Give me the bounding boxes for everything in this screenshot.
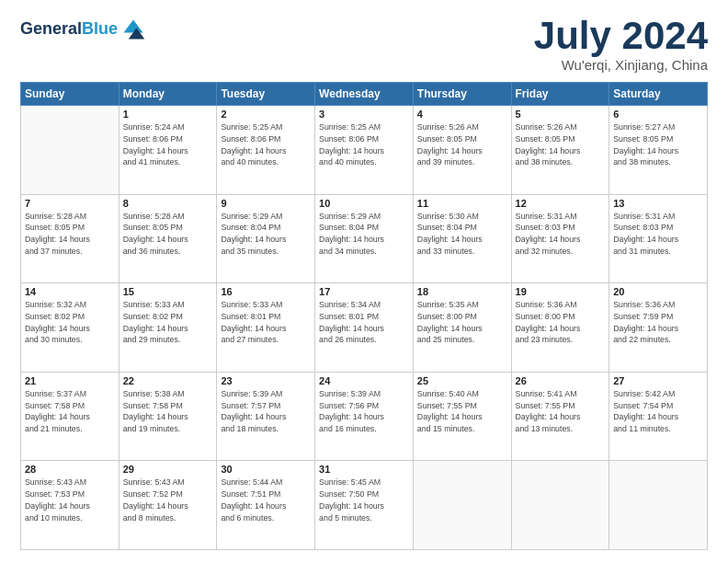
day-info: Sunrise: 5:29 AM Sunset: 8:04 PM Dayligh… [221,211,311,258]
table-row [21,106,119,195]
day-number: 13 [613,198,703,209]
day-info: Sunrise: 5:39 AM Sunset: 7:56 PM Dayligh… [319,388,409,435]
day-number: 11 [417,198,507,209]
day-number: 6 [613,109,703,120]
day-info: Sunrise: 5:26 AM Sunset: 8:05 PM Dayligh… [516,121,606,168]
table-row: 17Sunrise: 5:34 AM Sunset: 8:01 PM Dayli… [315,283,414,373]
svg-marker-0 [124,20,143,33]
day-number: 9 [221,198,311,209]
table-row [511,461,609,550]
table-row [609,461,708,550]
logo-text: GeneralBlue [20,20,118,39]
table-row: 28Sunrise: 5:43 AM Sunset: 7:53 PM Dayli… [21,461,119,550]
day-number: 3 [319,109,409,120]
col-friday: Friday [511,83,609,106]
table-row: 15Sunrise: 5:33 AM Sunset: 8:02 PM Dayli… [119,283,217,373]
day-info: Sunrise: 5:34 AM Sunset: 8:01 PM Dayligh… [319,299,409,346]
table-row: 24Sunrise: 5:39 AM Sunset: 7:56 PM Dayli… [315,372,414,461]
table-row: 22Sunrise: 5:38 AM Sunset: 7:58 PM Dayli… [119,372,217,461]
day-info: Sunrise: 5:26 AM Sunset: 8:05 PM Dayligh… [417,121,507,168]
day-number: 30 [221,464,311,475]
day-number: 29 [123,464,213,475]
day-info: Sunrise: 5:28 AM Sunset: 8:05 PM Dayligh… [123,211,213,258]
day-info: Sunrise: 5:33 AM Sunset: 8:02 PM Dayligh… [123,299,213,346]
day-info: Sunrise: 5:25 AM Sunset: 8:06 PM Dayligh… [319,121,409,168]
day-info: Sunrise: 5:38 AM Sunset: 7:58 PM Dayligh… [123,388,213,435]
day-info: Sunrise: 5:29 AM Sunset: 8:04 PM Dayligh… [319,211,409,258]
day-info: Sunrise: 5:27 AM Sunset: 8:05 PM Dayligh… [613,121,703,168]
col-wednesday: Wednesday [315,83,414,106]
table-row: 7Sunrise: 5:28 AM Sunset: 8:05 PM Daylig… [21,194,119,283]
day-info: Sunrise: 5:43 AM Sunset: 7:52 PM Dayligh… [123,477,213,523]
table-row: 27Sunrise: 5:42 AM Sunset: 7:54 PM Dayli… [609,372,708,461]
table-row: 25Sunrise: 5:40 AM Sunset: 7:55 PM Dayli… [413,372,511,461]
day-number: 27 [613,375,703,386]
calendar-week-row: 21Sunrise: 5:37 AM Sunset: 7:58 PM Dayli… [21,372,708,461]
calendar-week-row: 1Sunrise: 5:24 AM Sunset: 8:06 PM Daylig… [21,106,708,195]
table-row: 9Sunrise: 5:29 AM Sunset: 8:04 PM Daylig… [217,194,315,283]
col-thursday: Thursday [413,83,511,106]
table-row [413,461,511,550]
day-number: 22 [123,375,213,386]
col-saturday: Saturday [609,83,708,106]
table-row: 23Sunrise: 5:39 AM Sunset: 7:57 PM Dayli… [217,372,315,461]
table-row: 5Sunrise: 5:26 AM Sunset: 8:05 PM Daylig… [511,106,609,195]
col-sunday: Sunday [21,83,119,106]
day-info: Sunrise: 5:24 AM Sunset: 8:06 PM Dayligh… [123,121,213,168]
table-row: 11Sunrise: 5:30 AM Sunset: 8:04 PM Dayli… [413,194,511,283]
day-info: Sunrise: 5:32 AM Sunset: 8:02 PM Dayligh… [25,299,115,346]
day-info: Sunrise: 5:39 AM Sunset: 7:57 PM Dayligh… [221,388,311,435]
day-info: Sunrise: 5:43 AM Sunset: 7:53 PM Dayligh… [25,477,115,523]
table-row: 6Sunrise: 5:27 AM Sunset: 8:05 PM Daylig… [609,106,708,195]
col-monday: Monday [119,83,217,106]
calendar-week-row: 7Sunrise: 5:28 AM Sunset: 8:05 PM Daylig… [21,194,708,283]
day-info: Sunrise: 5:30 AM Sunset: 8:04 PM Dayligh… [417,211,507,258]
table-row: 2Sunrise: 5:25 AM Sunset: 8:06 PM Daylig… [217,106,315,195]
day-number: 23 [221,375,311,386]
logo-icon [120,17,146,42]
col-tuesday: Tuesday [217,83,315,106]
month-title: July 2024 [534,17,708,55]
day-info: Sunrise: 5:31 AM Sunset: 8:03 PM Dayligh… [516,211,606,258]
day-number: 7 [25,198,115,209]
table-row: 30Sunrise: 5:44 AM Sunset: 7:51 PM Dayli… [217,461,315,550]
day-number: 25 [417,375,507,386]
day-number: 14 [25,286,115,297]
table-row: 21Sunrise: 5:37 AM Sunset: 7:58 PM Dayli… [21,372,119,461]
calendar-week-row: 14Sunrise: 5:32 AM Sunset: 8:02 PM Dayli… [21,283,708,373]
day-number: 21 [25,375,115,386]
table-row: 1Sunrise: 5:24 AM Sunset: 8:06 PM Daylig… [119,106,217,195]
day-number: 18 [417,286,507,297]
table-row: 12Sunrise: 5:31 AM Sunset: 8:03 PM Dayli… [511,194,609,283]
day-info: Sunrise: 5:35 AM Sunset: 8:00 PM Dayligh… [417,299,507,346]
day-number: 15 [123,286,213,297]
header: GeneralBlue July 2024 Wu'erqi, Xinjiang,… [20,17,708,73]
day-info: Sunrise: 5:41 AM Sunset: 7:55 PM Dayligh… [516,388,606,435]
day-number: 26 [516,375,606,386]
day-info: Sunrise: 5:28 AM Sunset: 8:05 PM Dayligh… [25,211,115,258]
day-number: 1 [123,109,213,120]
table-row: 19Sunrise: 5:36 AM Sunset: 8:00 PM Dayli… [511,283,609,373]
day-info: Sunrise: 5:36 AM Sunset: 8:00 PM Dayligh… [516,299,606,346]
table-row: 14Sunrise: 5:32 AM Sunset: 8:02 PM Dayli… [21,283,119,373]
table-row: 13Sunrise: 5:31 AM Sunset: 8:03 PM Dayli… [609,194,708,283]
day-number: 19 [516,286,606,297]
location: Wu'erqi, Xinjiang, China [534,57,708,73]
table-row: 18Sunrise: 5:35 AM Sunset: 8:00 PM Dayli… [413,283,511,373]
calendar-table: Sunday Monday Tuesday Wednesday Thursday… [20,82,708,550]
day-info: Sunrise: 5:25 AM Sunset: 8:06 PM Dayligh… [221,121,311,168]
table-row: 20Sunrise: 5:36 AM Sunset: 7:59 PM Dayli… [609,283,708,373]
calendar-header-row: Sunday Monday Tuesday Wednesday Thursday… [21,83,708,106]
day-number: 2 [221,109,311,120]
day-info: Sunrise: 5:44 AM Sunset: 7:51 PM Dayligh… [221,477,311,523]
table-row: 26Sunrise: 5:41 AM Sunset: 7:55 PM Dayli… [511,372,609,461]
table-row: 4Sunrise: 5:26 AM Sunset: 8:05 PM Daylig… [413,106,511,195]
day-number: 4 [417,109,507,120]
calendar-week-row: 28Sunrise: 5:43 AM Sunset: 7:53 PM Dayli… [21,461,708,550]
day-number: 5 [516,109,606,120]
table-row: 16Sunrise: 5:33 AM Sunset: 8:01 PM Dayli… [217,283,315,373]
day-info: Sunrise: 5:37 AM Sunset: 7:58 PM Dayligh… [25,388,115,435]
day-number: 31 [319,464,409,475]
day-info: Sunrise: 5:42 AM Sunset: 7:54 PM Dayligh… [613,388,703,435]
day-info: Sunrise: 5:36 AM Sunset: 7:59 PM Dayligh… [613,299,703,346]
